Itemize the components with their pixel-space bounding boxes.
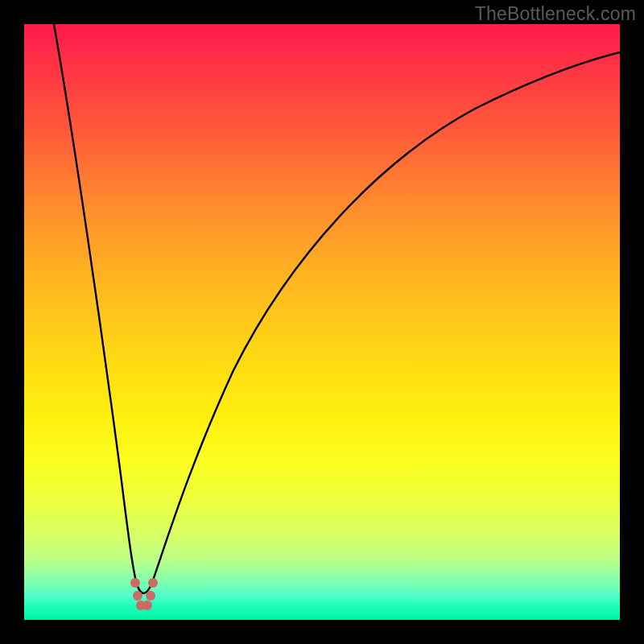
marker-dot: [146, 591, 155, 601]
bottleneck-curve: [54, 24, 620, 593]
curve-layer: [24, 24, 620, 620]
marker-dot: [130, 578, 140, 588]
marker-dot: [142, 601, 152, 610]
watermark-text: TheBottleneck.com: [475, 3, 636, 25]
marker-dot: [133, 591, 142, 601]
marker-dot: [148, 578, 158, 588]
chart-frame: TheBottleneck.com: [0, 0, 644, 644]
